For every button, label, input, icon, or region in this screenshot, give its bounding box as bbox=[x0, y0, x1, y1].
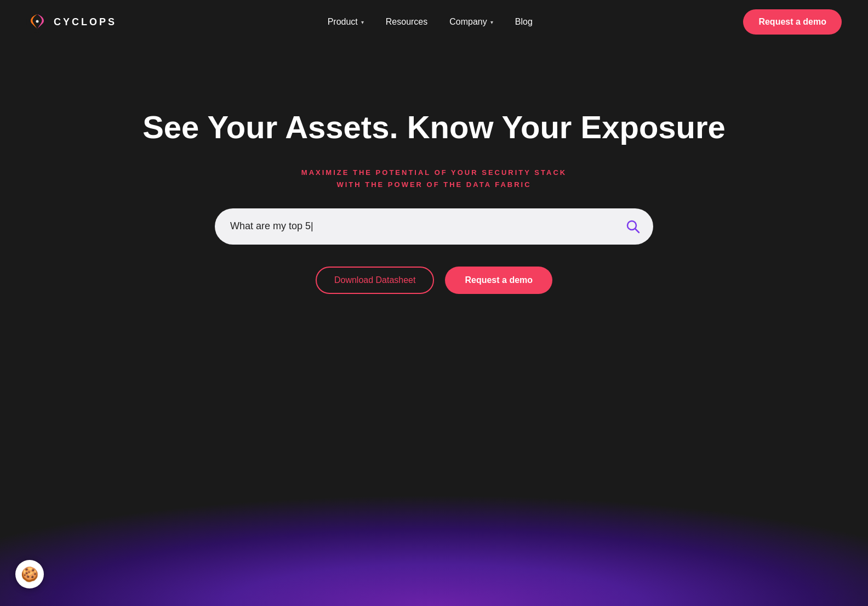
logo[interactable]: CYCLOPS bbox=[26, 11, 117, 33]
search-bar bbox=[215, 208, 653, 245]
cta-row: Download Datasheet Request a demo bbox=[316, 267, 552, 294]
download-datasheet-button[interactable]: Download Datasheet bbox=[316, 267, 435, 294]
svg-line-4 bbox=[635, 229, 639, 233]
hero-title: See Your Assets. Know Your Exposure bbox=[142, 110, 726, 145]
nav-product[interactable]: Product ▾ bbox=[328, 17, 364, 27]
nav-blog[interactable]: Blog bbox=[515, 17, 533, 27]
search-icon bbox=[626, 219, 640, 234]
nav-company[interactable]: Company ▾ bbox=[449, 17, 493, 27]
background-gradient bbox=[0, 376, 868, 606]
cookie-consent-button[interactable]: 🍪 bbox=[15, 560, 44, 588]
svg-point-2 bbox=[36, 20, 39, 23]
nav-request-demo-button[interactable]: Request a demo bbox=[743, 9, 842, 35]
navbar: CYCLOPS Product ▾ Resources Company ▾ Bl… bbox=[0, 0, 868, 44]
logo-icon bbox=[26, 11, 48, 33]
nav-menu: Product ▾ Resources Company ▾ Blog bbox=[328, 17, 533, 27]
search-button[interactable] bbox=[624, 217, 642, 236]
chevron-down-icon: ▾ bbox=[361, 19, 364, 25]
nav-resources[interactable]: Resources bbox=[386, 17, 427, 27]
hero-request-demo-button[interactable]: Request a demo bbox=[445, 267, 552, 294]
hero-section: See Your Assets. Know Your Exposure MAXI… bbox=[0, 44, 868, 294]
logo-text: CYCLOPS bbox=[54, 16, 117, 28]
hero-subtitle: MAXIMIZE THE POTENTIAL OF YOUR SECURITY … bbox=[301, 167, 567, 191]
search-input[interactable] bbox=[230, 220, 624, 232]
chevron-down-icon-2: ▾ bbox=[490, 19, 493, 25]
